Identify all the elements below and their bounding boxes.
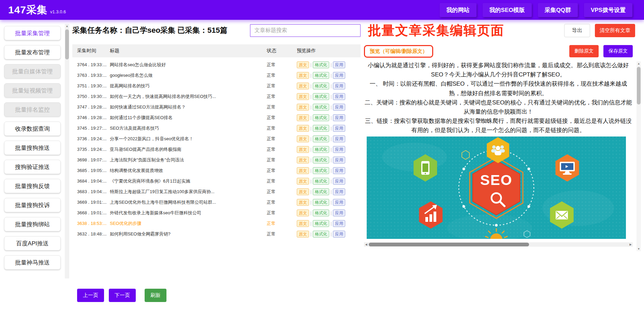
nav-collect-qq-group[interactable]: 采集QQ群 [538, 3, 578, 17]
scrollbar-thumb[interactable] [369, 243, 529, 246]
apply-button[interactable]: 应用 [333, 178, 345, 185]
raw-text-button[interactable]: 原文 [297, 199, 309, 206]
format-button[interactable]: 格式化 [313, 178, 329, 185]
sidebar-item-baidu-api-push[interactable]: 百度API推送 [4, 236, 61, 250]
apply-button[interactable]: 应用 [333, 114, 345, 121]
raw-text-button[interactable]: 原文 [297, 93, 309, 100]
apply-button[interactable]: 应用 [333, 72, 345, 79]
format-button[interactable]: 格式化 [313, 167, 329, 174]
scrollbar-thumb[interactable] [65, 29, 69, 59]
format-button[interactable]: 格式化 [313, 61, 329, 68]
sidebar-item-index-data-query[interactable]: 收录数据查询 [4, 121, 61, 136]
scrollbar-thumb[interactable] [637, 67, 641, 104]
raw-text-button[interactable]: 原文 [297, 125, 309, 132]
table-row[interactable]: 3747 . 19:28:... 如何快速通过SEO方法提高网站排名？ 正常 原… [72, 102, 361, 112]
format-button[interactable]: 格式化 [313, 220, 329, 227]
apply-button[interactable]: 应用 [333, 220, 345, 227]
table-row[interactable]: 3698 . 19:07:... 上海法院判决"负面压制业务"合同违法 正常 原… [72, 155, 361, 165]
table-row[interactable]: 3746 . 19:28:... 如何通过11个步骤提高SEO排名 正常 原文 … [72, 112, 361, 123]
raw-text-button[interactable]: 原文 [297, 231, 309, 238]
apply-button[interactable]: 应用 [333, 93, 345, 100]
export-button[interactable]: 导出 [564, 24, 590, 37]
raw-text-button[interactable]: 原文 [297, 146, 309, 153]
prev-page-button[interactable]: 上一页 [77, 289, 104, 302]
table-row[interactable]: 3683 . 19:04:... 特斯拉上海超级工厂19日复工推动100多家供应… [72, 186, 361, 197]
table-row[interactable]: 3632 . 18:48:... 如何利用SEO做全网霸屏营销? 正常 原文 |… [72, 229, 361, 239]
table-row[interactable]: 3763 . 19:33:... googleseo排名怎么做 正常 原文 | … [72, 70, 361, 81]
apply-button[interactable]: 应用 [333, 135, 345, 142]
table-row[interactable]: 3735 . 19:24:... 亚马逊SEO提高产品排名的终极指南 正常 原文… [72, 144, 361, 155]
sidebar-item-sogou-complaint[interactable]: 批量搜狗投诉 [4, 198, 61, 212]
table-row[interactable]: 3750 . 19:30:... 如何在一天之内，快速提高网站排名的使用SEO技… [72, 91, 361, 102]
table-row[interactable]: 3764 . 19:33:... 网站排名seo怎么做会比较好 正常 原文 | … [72, 59, 361, 70]
table-row[interactable]: 3751 . 19:30:... 提高网站排名的技巧 正常 原文 | 格式化 |… [72, 81, 361, 91]
next-page-button[interactable]: 下一页 [109, 289, 136, 302]
table-row[interactable]: 3684 . 19:04:... 《宁夏优化营商环境条例》6月1日起实施 正常 … [72, 176, 361, 186]
format-button[interactable]: 格式化 [313, 114, 329, 121]
apply-button[interactable]: 应用 [333, 167, 345, 174]
table-row[interactable]: 3638 . 18:53:... SEO优化的步骤 正常 原文 | 格式化 | … [72, 218, 361, 229]
format-button[interactable]: 格式化 [313, 157, 329, 163]
format-button[interactable]: 格式化 [313, 104, 329, 111]
apply-button[interactable]: 应用 [333, 146, 345, 153]
preview-scrollbar-vertical[interactable]: ▲ ▼ [636, 61, 641, 251]
format-button[interactable]: 格式化 [313, 93, 329, 100]
raw-text-button[interactable]: 原文 [297, 135, 309, 142]
scroll-up-icon[interactable]: ▲ [636, 61, 641, 66]
format-button[interactable]: 格式化 [313, 146, 329, 153]
format-button[interactable]: 格式化 [313, 72, 329, 79]
refresh-button[interactable]: 刷新 [145, 289, 166, 302]
raw-text-button[interactable]: 原文 [297, 72, 309, 79]
format-button[interactable]: 格式化 [313, 210, 329, 216]
raw-text-button[interactable]: 原文 [297, 210, 309, 216]
apply-button[interactable]: 应用 [333, 83, 345, 89]
clear-all-articles-button[interactable]: 清空所有文章 [595, 24, 635, 37]
sidebar-item-shenma-push[interactable]: 批量神马推送 [4, 255, 61, 270]
table-row[interactable]: 3668 . 19:01:... 外链代发包收录上海新媒体seo牛巨微科技公司 … [72, 207, 361, 218]
format-button[interactable]: 格式化 [313, 83, 329, 89]
apply-button[interactable]: 应用 [333, 231, 345, 238]
raw-text-button[interactable]: 原文 [297, 104, 309, 111]
table-scrollbar-vertical[interactable]: ▲ [65, 24, 69, 278]
format-button[interactable]: 格式化 [313, 135, 329, 142]
raw-text-button[interactable]: 原文 [297, 83, 309, 89]
nav-vps-dial-settings[interactable]: VPS拨号设置 [584, 3, 632, 17]
format-button[interactable]: 格式化 [313, 199, 329, 206]
apply-button[interactable]: 应用 [333, 157, 345, 163]
sidebar-item-sogou-bind-site[interactable]: 批量搜狗绑站 [4, 217, 61, 231]
format-button[interactable]: 格式化 [313, 188, 329, 195]
table-row[interactable]: 3685 . 19:05:... 结构调整优化发展提质增效 正常 原文 | 格式… [72, 165, 361, 176]
table-row[interactable]: 3669 . 19:01:... 上海SEO优化外包上海牛巨微网络科技有限公司站… [72, 197, 361, 207]
sidebar-item-sogou-feedback[interactable]: 批量搜狗反馈 [4, 179, 61, 193]
article-title-search-input[interactable] [250, 24, 361, 37]
sidebar-item-batch-collect[interactable]: 批量采集管理 [4, 26, 61, 40]
table-row[interactable]: 3745 . 19:27:... SEO方法及提高排名技巧 正常 原文 | 格式… [72, 123, 361, 133]
scroll-right-icon[interactable]: ▶ [628, 242, 633, 247]
apply-button[interactable]: 应用 [333, 125, 345, 132]
raw-text-button[interactable]: 原文 [297, 188, 309, 195]
raw-text-button[interactable]: 原文 [297, 157, 309, 163]
sidebar-item-batch-publish[interactable]: 批量发布管理 [4, 45, 61, 59]
preview-scrollbar-horizontal[interactable]: ◀ ▶ [364, 242, 633, 247]
format-button[interactable]: 格式化 [313, 125, 329, 132]
nav-my-seo-templates[interactable]: 我的SEO模版 [483, 3, 532, 17]
scroll-down-icon[interactable]: ▼ [636, 247, 641, 251]
apply-button[interactable]: 应用 [333, 61, 345, 68]
raw-text-button[interactable]: 原文 [297, 114, 309, 121]
raw-text-button[interactable]: 原文 [297, 220, 309, 227]
raw-text-button[interactable]: 原文 [297, 167, 309, 174]
save-original-button[interactable]: 保存原文 [603, 45, 633, 57]
raw-text-button[interactable]: 原文 [297, 178, 309, 185]
scroll-up-icon[interactable]: ▲ [65, 24, 69, 28]
apply-button[interactable]: 应用 [333, 210, 345, 216]
table-row[interactable]: 3736 . 19:24:... 分享一个2022新风口，抖音seo优化排名！ … [72, 133, 361, 144]
sidebar-item-sogou-push[interactable]: 批量搜狗推送 [4, 141, 61, 155]
delete-original-button[interactable]: 删除原文 [569, 45, 599, 57]
apply-button[interactable]: 应用 [333, 199, 345, 206]
apply-button[interactable]: 应用 [333, 104, 345, 111]
format-button[interactable]: 格式化 [313, 231, 329, 238]
nav-my-websites[interactable]: 我的网站 [440, 3, 477, 17]
scroll-left-icon[interactable]: ◀ [364, 242, 368, 247]
raw-text-button[interactable]: 原文 [297, 61, 309, 68]
apply-button[interactable]: 应用 [333, 188, 345, 195]
